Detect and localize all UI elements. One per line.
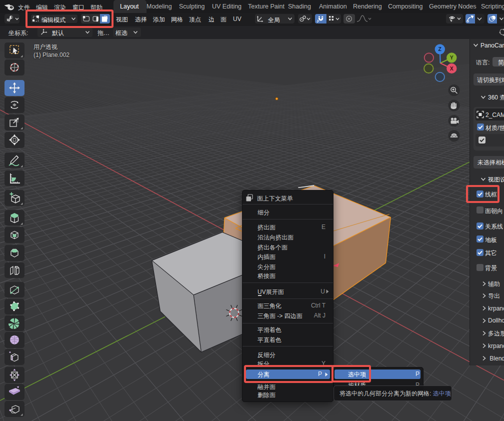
svg-text:Y: Y: [450, 54, 454, 60]
svg-text:Z: Z: [438, 46, 442, 52]
svg-text:X: X: [450, 66, 454, 72]
